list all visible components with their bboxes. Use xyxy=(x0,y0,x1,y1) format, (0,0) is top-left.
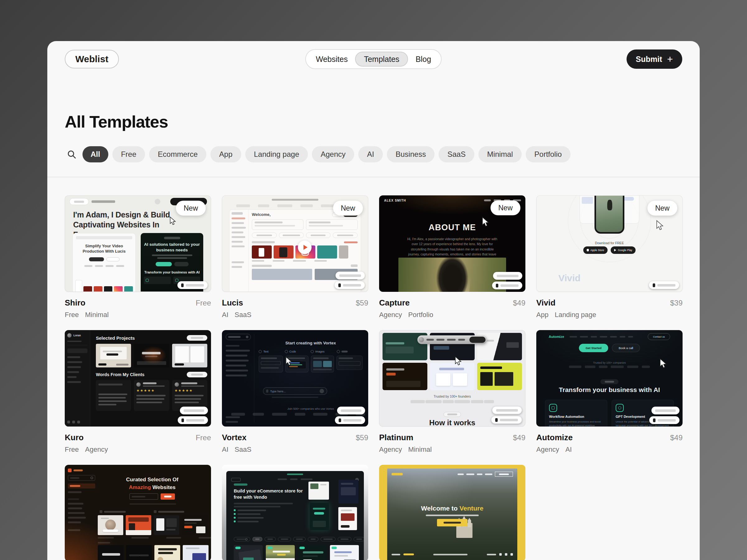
thumbnail-platinum[interactable]: Trusted by 100+ founders How it works xyxy=(379,330,525,427)
cursor-icon xyxy=(656,220,664,231)
template-name[interactable]: Lucis xyxy=(222,298,243,308)
text-bar xyxy=(497,275,518,277)
card-info: Capture $49 xyxy=(379,298,525,308)
mini-card xyxy=(175,346,189,363)
weblist-logo[interactable]: Weblist xyxy=(65,50,119,69)
star-rating: ★★★★★ xyxy=(175,389,205,393)
thumbnail-vivid[interactable]: New Download for FREE xyxy=(536,195,682,292)
tag[interactable]: Agency xyxy=(379,311,402,319)
logo-box xyxy=(231,478,240,482)
thumbnail-vendo[interactable]: Build your eCommerce store for free with… xyxy=(222,465,368,560)
filter-chip-ecommerce[interactable]: Ecommerce xyxy=(149,146,206,162)
template-name[interactable]: Automize xyxy=(536,433,573,443)
prompt-card xyxy=(259,355,283,372)
panel-bar xyxy=(341,487,356,495)
tag[interactable]: Landing page xyxy=(555,311,596,319)
bullet xyxy=(234,521,312,522)
buy-template-badge xyxy=(651,407,679,415)
accent-bar xyxy=(243,558,254,560)
category: Text xyxy=(259,350,285,353)
thumbnail-kuro[interactable]: Loran xyxy=(65,330,211,427)
tag[interactable]: Portfolio xyxy=(408,311,433,319)
icon-bar xyxy=(77,421,80,423)
tag[interactable]: AI xyxy=(222,311,229,319)
submit-button[interactable]: Submit + xyxy=(626,50,682,69)
filter-chip-saas[interactable]: SaaS xyxy=(439,146,474,162)
template-name[interactable]: Shiro xyxy=(65,298,85,308)
filter-chip-portfolio[interactable]: Portfolio xyxy=(526,146,570,162)
active-menu-item xyxy=(68,483,95,488)
main-phone xyxy=(594,195,624,234)
nav-item-websites[interactable]: Websites xyxy=(308,50,355,69)
text-bar xyxy=(236,538,245,540)
label-bar xyxy=(98,364,106,366)
menu-bar xyxy=(232,236,245,238)
thumbnail-lucis[interactable]: New xyxy=(222,195,368,292)
tag[interactable]: Agency xyxy=(536,446,559,454)
text-bar xyxy=(164,237,180,239)
bullet xyxy=(234,513,312,515)
tag[interactable]: Agency xyxy=(379,446,402,454)
tag[interactable]: AI xyxy=(222,446,229,454)
stars-bar xyxy=(403,554,414,555)
nav-item-blog[interactable]: Blog xyxy=(408,50,439,69)
filter-chip-app[interactable]: App xyxy=(210,146,241,162)
filter-chip-minimal[interactable]: Minimal xyxy=(479,146,522,162)
text-bar xyxy=(70,485,80,487)
caption-bar xyxy=(129,503,176,505)
template-name[interactable]: Capture xyxy=(379,298,410,308)
thumbnail-automize[interactable]: Automize Contact us Get Started Book a c… xyxy=(536,330,682,427)
tag[interactable]: SaaS xyxy=(235,446,252,454)
filter-chip-business[interactable]: Business xyxy=(387,146,435,162)
thumbnail-shiro[interactable]: New I'm Adam, I Design & Build Captivati… xyxy=(65,195,211,292)
search-icon[interactable] xyxy=(65,147,78,162)
text-bar xyxy=(157,257,187,259)
tag[interactable]: Agency xyxy=(85,446,108,454)
brand-watermark: Vivid xyxy=(558,273,581,284)
hero-block: Build your eCommerce store for free with… xyxy=(234,483,312,522)
thumbnail-capture[interactable]: New ALEX SMITH ABOUT ME Hi, I'm Alex, a … xyxy=(379,195,525,292)
logo-bar xyxy=(295,413,305,416)
button-bar xyxy=(156,262,172,266)
nav-item-templates[interactable]: Templates xyxy=(355,52,408,66)
headline-bar xyxy=(128,517,149,522)
tag[interactable]: SaaS xyxy=(235,311,252,319)
filter-chip-ai[interactable]: AI xyxy=(358,146,383,162)
thumbnail-vortex[interactable]: Start creating with Vortex Text Code Ima… xyxy=(222,330,368,427)
site-tile xyxy=(154,515,179,535)
section-label xyxy=(154,510,208,513)
template-name[interactable]: Vortex xyxy=(222,433,247,443)
tag[interactable]: Free xyxy=(65,311,79,319)
tag[interactable]: App xyxy=(536,311,548,319)
mini-card xyxy=(144,276,171,284)
thumbnail-curated[interactable]: Curated Selection Of Amazing Websites xyxy=(65,465,211,560)
text-bar xyxy=(237,510,266,511)
chat-item-bar xyxy=(226,355,248,356)
menu-bar xyxy=(232,217,245,219)
tag[interactable]: Minimal xyxy=(408,446,432,454)
template-tags: Agency Minimal xyxy=(379,446,525,454)
screenshot-collage xyxy=(308,480,358,533)
project-tiles xyxy=(96,344,207,367)
filter-chip-landing-page[interactable]: Landing page xyxy=(245,146,308,162)
tag[interactable]: AI xyxy=(565,446,572,454)
menu-bar xyxy=(68,529,80,531)
chat-item-bar xyxy=(226,359,249,362)
thumbnail-venture[interactable]: Welcome to Venture xyxy=(379,465,525,560)
template-tile xyxy=(330,545,359,560)
filter-chip-free[interactable]: Free xyxy=(112,146,145,162)
template-name[interactable]: Platinum xyxy=(379,433,413,443)
text-bar xyxy=(152,255,192,256)
template-name[interactable]: Vivid xyxy=(536,298,556,308)
caption-bar xyxy=(131,537,149,538)
filter-chip-agency[interactable]: Agency xyxy=(312,146,354,162)
tag[interactable]: Minimal xyxy=(85,311,109,319)
mini-pill xyxy=(252,232,277,238)
nav-bar xyxy=(628,336,633,338)
template-card-lucis: New xyxy=(222,195,368,319)
filter-chip-all[interactable]: All xyxy=(82,146,108,162)
menu-bar xyxy=(67,371,79,373)
nav-bar xyxy=(436,339,444,341)
tag[interactable]: Free xyxy=(65,446,79,454)
template-name[interactable]: Kuro xyxy=(65,433,84,443)
